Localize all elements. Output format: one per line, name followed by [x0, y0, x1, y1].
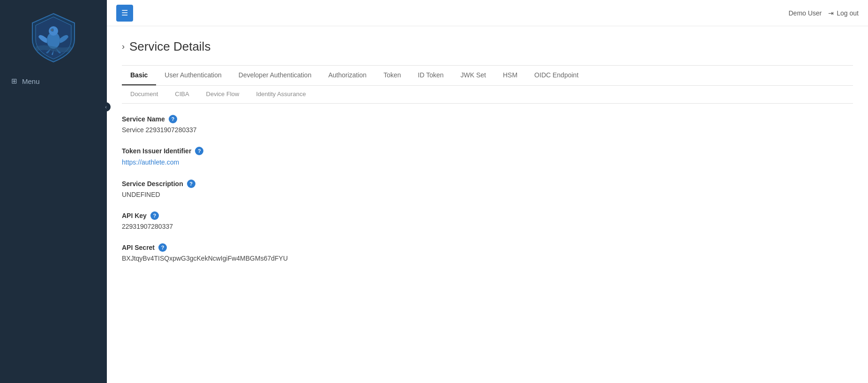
- field-api-key: API Key ? 22931907280337: [122, 211, 853, 230]
- service-description-help-icon[interactable]: ?: [187, 180, 195, 188]
- service-description-value: UNDEFINED: [122, 191, 853, 198]
- sidebar-menu-label: Menu: [22, 77, 40, 85]
- tabs-row-1: Basic User Authentication Developer Auth…: [122, 66, 853, 86]
- api-secret-label: API Secret: [122, 244, 155, 251]
- logo: [0, 0, 107, 72]
- main-content: ☰ Demo User ⇥ Log out › Service Details …: [107, 0, 868, 383]
- tab-jwk-set[interactable]: JWK Set: [452, 66, 494, 85]
- page-title-row: › Service Details: [122, 39, 853, 54]
- field-api-key-label-row: API Key ?: [122, 211, 853, 220]
- topbar: ☰ Demo User ⇥ Log out: [107, 0, 868, 26]
- field-service-description: Service Description ? UNDEFINED: [122, 180, 853, 198]
- hamburger-menu-button[interactable]: ☰: [116, 5, 133, 22]
- tab-ciba[interactable]: CIBA: [166, 86, 197, 103]
- sidebar: ⊞ Menu ‹: [0, 0, 107, 383]
- logout-button[interactable]: ⇥ Log out: [828, 9, 859, 17]
- tab-authorization[interactable]: Authorization: [320, 66, 375, 85]
- tab-document[interactable]: Document: [122, 86, 166, 103]
- token-issuer-help-icon[interactable]: ?: [195, 147, 203, 155]
- token-issuer-value[interactable]: https://authlete.com: [122, 158, 179, 166]
- api-secret-value: BXJtqyBv4TISQxpwG3gcKekNcwIgiFw4MBGMs67d…: [122, 255, 853, 262]
- field-service-name-label-row: Service Name ?: [122, 115, 853, 123]
- sidebar-menu-item[interactable]: ⊞ Menu: [0, 72, 107, 90]
- field-token-issuer: Token Issuer Identifier ? https://authle…: [122, 147, 853, 166]
- field-service-name: Service Name ? Service 22931907280337: [122, 115, 853, 134]
- field-api-secret-label-row: API Secret ?: [122, 243, 853, 252]
- tab-user-authentication[interactable]: User Authentication: [156, 66, 230, 85]
- topbar-left: ☰: [116, 5, 133, 22]
- tab-id-token[interactable]: ID Token: [410, 66, 452, 85]
- service-name-value: Service 22931907280337: [122, 126, 853, 134]
- page-title: Service Details: [129, 39, 210, 54]
- topbar-right: Demo User ⇥ Log out: [788, 9, 859, 17]
- logout-label: Log out: [837, 9, 859, 17]
- tab-oidc-endpoint[interactable]: OIDC Endpoint: [526, 66, 587, 85]
- token-issuer-label: Token Issuer Identifier: [122, 147, 191, 155]
- api-key-label: API Key: [122, 212, 147, 219]
- tab-device-flow[interactable]: Device Flow: [198, 86, 248, 103]
- tabs-row-2: Document CIBA Device Flow Identity Assur…: [122, 86, 853, 104]
- sidebar-collapse-button[interactable]: ‹: [101, 102, 111, 112]
- field-api-secret: API Secret ? BXJtqyBv4TISQxpwG3gcKekNcwI…: [122, 243, 853, 262]
- page-content: › Service Details Basic User Authenticat…: [107, 26, 868, 383]
- logout-icon: ⇥: [828, 9, 834, 17]
- field-token-issuer-label-row: Token Issuer Identifier ?: [122, 147, 853, 155]
- tab-token[interactable]: Token: [375, 66, 409, 85]
- tab-identity-assurance[interactable]: Identity Assurance: [247, 86, 314, 103]
- service-description-label: Service Description: [122, 180, 183, 188]
- tab-hsm[interactable]: HSM: [494, 66, 526, 85]
- api-secret-help-icon[interactable]: ?: [158, 243, 167, 252]
- service-name-help-icon[interactable]: ?: [169, 115, 177, 123]
- title-chevron-icon: ›: [122, 42, 125, 52]
- user-name: Demo User: [788, 9, 822, 17]
- hamburger-icon: ☰: [121, 8, 128, 17]
- tab-developer-authentication[interactable]: Developer Authentication: [230, 66, 320, 85]
- menu-grid-icon: ⊞: [11, 77, 17, 85]
- svg-point-4: [52, 30, 52, 30]
- field-service-description-label-row: Service Description ?: [122, 180, 853, 188]
- tab-basic[interactable]: Basic: [122, 66, 156, 85]
- service-name-label: Service Name: [122, 115, 165, 123]
- api-key-help-icon[interactable]: ?: [150, 211, 159, 220]
- api-key-value: 22931907280337: [122, 223, 853, 230]
